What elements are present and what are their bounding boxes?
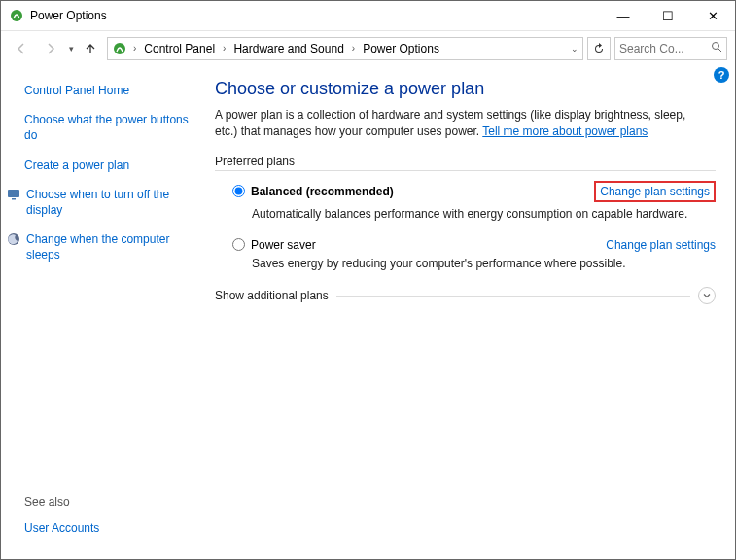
recent-dropdown-icon[interactable]: ▾ xyxy=(67,44,74,53)
svg-rect-4 xyxy=(8,190,19,197)
plan-balanced-radio[interactable] xyxy=(232,185,245,197)
learn-more-link[interactable]: Tell me more about power plans xyxy=(482,124,648,138)
chevron-right-icon[interactable]: › xyxy=(131,43,138,53)
expand-button[interactable] xyxy=(698,287,716,304)
plan-balanced-desc: Automatically balances performance with … xyxy=(252,206,716,223)
power-options-icon xyxy=(9,8,24,23)
titlebar: Power Options — ☐ ✕ xyxy=(1,1,735,30)
divider xyxy=(336,296,690,297)
address-dropdown-icon[interactable]: ⌄ xyxy=(569,44,578,53)
breadcrumb-hardware-sound[interactable]: Hardware and Sound xyxy=(229,42,347,55)
svg-point-1 xyxy=(114,43,125,54)
svg-line-3 xyxy=(718,49,721,52)
forward-button[interactable] xyxy=(38,36,63,61)
change-plan-settings-power-saver[interactable]: Change plan settings xyxy=(606,238,716,252)
plan-balanced-radio-label[interactable]: Balanced (recommended) xyxy=(232,185,394,198)
show-additional-plans-label: Show additional plans xyxy=(215,289,329,302)
sidebar: Control Panel Home Choose what the power… xyxy=(1,65,205,559)
see-also-label: See also xyxy=(24,495,195,508)
close-button[interactable]: ✕ xyxy=(690,1,735,30)
window-title: Power Options xyxy=(30,9,601,22)
page-title: Choose or customize a power plan xyxy=(215,79,716,99)
chevron-right-icon[interactable]: › xyxy=(221,43,228,53)
help-icon[interactable]: ? xyxy=(714,67,729,83)
page-description: A power plan is a collection of hardware… xyxy=(215,107,711,141)
sidebar-create-plan[interactable]: Create a power plan xyxy=(24,158,195,173)
sleep-icon xyxy=(7,232,20,246)
refresh-button[interactable] xyxy=(587,37,611,60)
plan-balanced-name: Balanced (recommended) xyxy=(251,185,394,198)
display-off-icon xyxy=(7,188,20,201)
maximize-button[interactable]: ☐ xyxy=(646,1,690,30)
breadcrumb-power-options[interactable]: Power Options xyxy=(359,42,443,55)
sidebar-computer-sleeps[interactable]: Change when the computer sleeps xyxy=(26,231,195,262)
up-button[interactable] xyxy=(78,36,103,61)
search-field[interactable] xyxy=(619,42,697,55)
breadcrumb-control-panel[interactable]: Control Panel xyxy=(140,42,219,55)
sidebar-turn-off-display[interactable]: Choose when to turn off the display xyxy=(26,187,195,218)
navbar: ▾ › Control Panel › Hardware and Sound ›… xyxy=(1,30,735,65)
plan-balanced: Balanced (recommended) Change plan setti… xyxy=(232,181,716,223)
search-input[interactable] xyxy=(614,37,727,60)
back-button[interactable] xyxy=(9,36,34,61)
sidebar-control-panel-home[interactable]: Control Panel Home xyxy=(24,83,195,98)
sidebar-power-buttons[interactable]: Choose what the power buttons do xyxy=(24,112,195,143)
show-additional-plans-row: Show additional plans xyxy=(215,287,716,304)
divider xyxy=(215,170,716,171)
plan-power-saver-radio[interactable] xyxy=(232,238,245,251)
svg-point-2 xyxy=(713,43,719,50)
preferred-plans-label: Preferred plans xyxy=(215,155,716,168)
plan-power-saver: Power saver Change plan settings Saves e… xyxy=(232,238,716,272)
svg-rect-5 xyxy=(12,198,16,200)
chevron-right-icon[interactable]: › xyxy=(350,43,357,53)
plan-power-saver-radio-label[interactable]: Power saver xyxy=(232,238,316,252)
plan-power-saver-name: Power saver xyxy=(251,238,316,252)
content-area: Control Panel Home Choose what the power… xyxy=(1,65,735,559)
main-panel: ? Choose or customize a power plan A pow… xyxy=(205,65,735,559)
svg-point-0 xyxy=(11,10,22,21)
change-plan-settings-balanced[interactable]: Change plan settings xyxy=(594,181,716,202)
plan-power-saver-desc: Saves energy by reducing your computer's… xyxy=(252,256,716,272)
search-icon[interactable] xyxy=(711,41,722,55)
breadcrumb[interactable]: › Control Panel › Hardware and Sound › P… xyxy=(107,37,583,60)
sidebar-user-accounts[interactable]: User Accounts xyxy=(24,520,195,536)
control-panel-icon xyxy=(112,41,127,56)
minimize-button[interactable]: — xyxy=(601,1,646,30)
chevron-down-icon xyxy=(702,291,712,300)
